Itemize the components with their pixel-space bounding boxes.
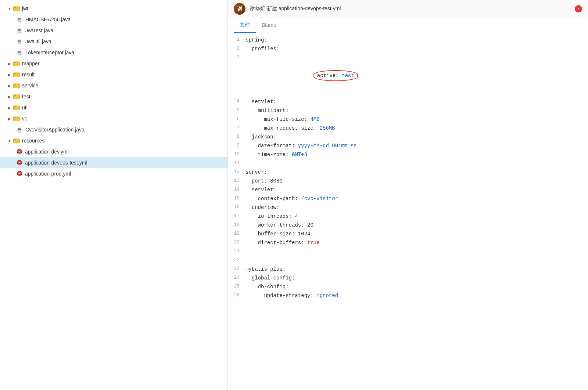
file-tokeninterceptor[interactable]: ☕ TokenInterceptor.java <box>0 47 227 58</box>
folder-mapper[interactable]: ▶ mapper <box>0 58 227 69</box>
svg-rect-9 <box>13 95 16 96</box>
file-tree-panel: ▼ jwt ☕ HMACSHA256.java ☕ JwtTest.java ☕… <box>0 0 228 390</box>
file-label: JwtUtil.java <box>25 39 51 44</box>
tabs-bar: 文件 Blame <box>228 18 588 33</box>
code-line-14: 14 servlet: <box>228 186 588 195</box>
folder-util[interactable]: ▶ util <box>0 102 227 113</box>
code-line-26: 26 update-strategy: ignored <box>228 292 588 300</box>
folder-label: util <box>22 105 29 111</box>
code-line-24: 24 global-config: <box>228 274 588 283</box>
code-line-11: 11 <box>228 159 588 168</box>
svg-rect-3 <box>13 62 16 63</box>
java-icon: ☕ <box>16 27 23 34</box>
folder-icon <box>13 104 20 111</box>
svg-point-21 <box>19 162 20 163</box>
code-line-23: 23 mybatis-plus: <box>228 265 588 274</box>
svg-point-18 <box>19 151 20 152</box>
code-line-6: 6 max-file-size: 4MB <box>228 115 588 124</box>
code-line-13: 13 port: 8080 <box>228 177 588 186</box>
java-icon: ☕ <box>16 38 23 45</box>
code-line-3: 3 active: test <box>228 54 588 98</box>
code-line-21: 21 <box>228 248 588 256</box>
commit-header: 谢 谢华炘 新建 application-devops-test.yml × <box>228 0 588 18</box>
svg-rect-1 <box>13 7 16 8</box>
folder-jwt[interactable]: ▼ jwt <box>0 3 227 14</box>
yaml-icon <box>16 148 23 155</box>
code-panel: 谢 谢华炘 新建 application-devops-test.yml × 文… <box>228 0 588 390</box>
folder-icon <box>13 115 20 122</box>
chevron-right-icon: ▶ <box>7 83 12 88</box>
folder-label: test <box>22 94 31 100</box>
tab-blame[interactable]: Blame <box>256 18 282 32</box>
file-cvcvisitorapplication[interactable]: ☕ CvcVisitorApplication.java <box>0 124 227 135</box>
folder-icon <box>13 71 20 78</box>
code-line-12: 12 server: <box>228 168 588 177</box>
file-label: application-prod.yml <box>25 171 71 177</box>
file-application-prod[interactable]: application-prod.yml <box>0 168 227 179</box>
code-line-15: 15 context-path: /cvc-visitor <box>228 195 588 203</box>
svg-rect-11 <box>13 106 16 107</box>
java-icon: ☕ <box>16 49 23 56</box>
file-jwtutil[interactable]: ☕ JwtUtil.java <box>0 36 227 47</box>
folder-label: jwt <box>22 6 28 11</box>
folder-icon <box>13 93 20 100</box>
file-label: application-devops-test.yml <box>25 160 87 166</box>
folder-test[interactable]: ▶ test <box>0 91 227 102</box>
folder-result[interactable]: ▶ result <box>0 69 227 80</box>
header-title: 谢华炘 新建 application-devops-test.yml <box>250 6 570 12</box>
folder-resources[interactable]: ▼ resources <box>0 135 227 146</box>
java-icon: ☕ <box>16 16 23 23</box>
file-application-devops-test[interactable]: application-devops-test.yml <box>0 157 227 168</box>
code-viewer: 1 spring: 2 profiles: 3 active: test 4 s… <box>228 33 588 390</box>
folder-label: result <box>22 72 35 77</box>
code-line-16: 16 undertow: <box>228 203 588 212</box>
yaml-icon <box>16 159 23 166</box>
code-line-18: 18 worker-threads: 20 <box>228 221 588 230</box>
svg-rect-15 <box>13 139 16 140</box>
folder-service[interactable]: ▶ service <box>0 80 227 91</box>
code-line-2: 2 profiles: <box>228 45 588 54</box>
close-button[interactable]: × <box>575 5 582 12</box>
code-line-7: 7 max-request-size: 256MB <box>228 124 588 133</box>
folder-vo[interactable]: ▶ vo <box>0 113 227 124</box>
chevron-right-icon: ▶ <box>7 61 12 66</box>
file-hmacsha256[interactable]: ☕ HMACSHA256.java <box>0 14 227 25</box>
close-icon: × <box>577 6 580 11</box>
chevron-down-icon: ▼ <box>7 6 12 11</box>
chevron-right-icon: ▶ <box>7 94 12 99</box>
file-application-dev[interactable]: application-dev.yml <box>0 146 227 157</box>
chevron-right-icon: ▶ <box>7 105 12 110</box>
chevron-right-icon: ▶ <box>7 116 12 121</box>
file-label: CvcVisitorApplication.java <box>25 127 85 133</box>
svg-rect-13 <box>13 117 16 118</box>
file-label: TokenInterceptor.java <box>25 50 74 55</box>
svg-point-24 <box>19 173 20 174</box>
code-line-8: 8 jackson: <box>228 133 588 142</box>
file-label: application-dev.yml <box>25 149 69 155</box>
code-line-1: 1 spring: <box>228 36 588 45</box>
chevron-down-icon: ▼ <box>7 138 12 143</box>
avatar-text: 谢 <box>237 6 242 12</box>
folder-icon <box>13 137 20 144</box>
code-line-5: 5 multipart: <box>228 106 588 115</box>
code-line-19: 19 buffer-size: 1024 <box>228 230 588 239</box>
code-line-20: 20 direct-buffers: true <box>228 239 588 248</box>
file-jwttest[interactable]: ☕ JwtTest.java <box>0 25 227 36</box>
svg-rect-5 <box>13 73 16 74</box>
code-line-22: 22 <box>228 256 588 265</box>
code-line-10: 10 time-zone: GMT+8 <box>228 151 588 159</box>
folder-label: resources <box>22 138 44 144</box>
java-icon: ☕ <box>16 126 23 133</box>
folder-label: mapper <box>22 61 39 66</box>
code-line-25: 25 db-config: <box>228 283 588 292</box>
tab-file[interactable]: 文件 <box>234 18 256 33</box>
code-line-4: 4 servlet: <box>228 98 588 106</box>
code-line-17: 17 io-threads: 4 <box>228 212 588 221</box>
chevron-right-icon: ▶ <box>7 72 12 77</box>
folder-label: service <box>22 83 38 89</box>
code-line-9: 9 date-format: yyyy-MM-dd HH:mm:ss <box>228 142 588 151</box>
avatar: 谢 <box>234 3 245 15</box>
file-label: HMACSHA256.java <box>25 17 71 22</box>
folder-label: vo <box>22 116 28 122</box>
file-label: JwtTest.java <box>25 28 53 33</box>
